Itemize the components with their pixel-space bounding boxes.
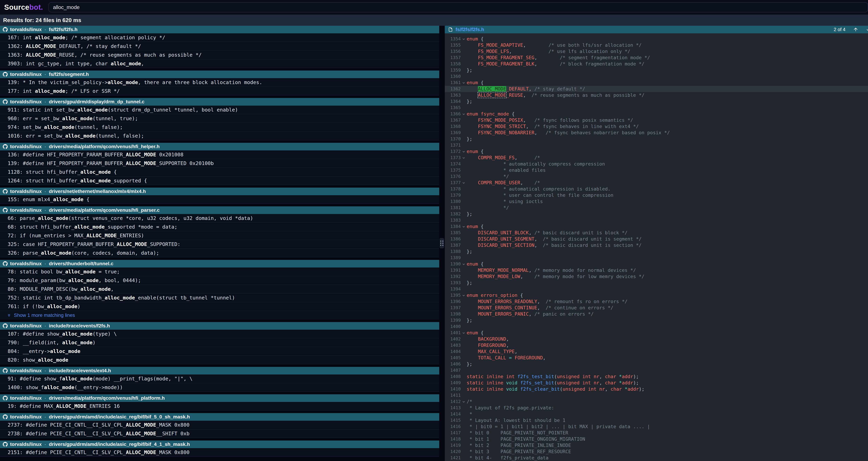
- line-number: 1397: [445, 305, 461, 311]
- match-highlight: ALLOC_MODE: [126, 431, 156, 436]
- match-highlight: alloc_mode: [81, 169, 111, 175]
- previous-match-button[interactable]: [853, 27, 858, 32]
- preview-panel: fs/f2fs/f2fs.h 2 of 4: [445, 26, 868, 461]
- match-line[interactable]: 325: case HFI_PROPERTY_PARAM_BUFFER_ALLO…: [0, 240, 439, 249]
- match-line[interactable]: 820: show_alloc_mode: [0, 356, 439, 365]
- match-line[interactable]: 72: if (num_entries > MAX_ALLOC_MODE_ENT…: [0, 231, 439, 240]
- line-number: 1393: [445, 280, 461, 286]
- match-line[interactable]: 1016: err = set_bw_alloc_mode(tunnel, fa…: [0, 132, 439, 140]
- panel-divider: [439, 26, 445, 461]
- match-line[interactable]: 1363: ALLOC_MODE_REUSE, /* reuse segment…: [0, 51, 439, 59]
- fold-spacer: [461, 242, 467, 249]
- line-number: 1421: [445, 455, 461, 461]
- line-number: 1381: [445, 205, 461, 211]
- fold-chevron-icon[interactable]: [461, 148, 467, 154]
- file-group-header[interactable]: torvalds/linux·include/trace/events/f2fs…: [0, 322, 439, 330]
- file-group-header[interactable]: torvalds/linux·drivers/media/platform/qc…: [0, 394, 439, 402]
- fold-chevron-icon[interactable]: [461, 399, 467, 405]
- match-line[interactable]: 155: enum mlx4_alloc_mode {: [0, 195, 439, 204]
- file-group-header[interactable]: torvalds/linux·drivers/gpu/drm/amd/inclu…: [0, 440, 439, 448]
- path-separator: ·: [44, 441, 46, 447]
- file-group-header[interactable]: torvalds/linux·drivers/gpu/drm/display/d…: [0, 98, 439, 106]
- match-line[interactable]: 78: static bool bw_alloc_mode = true;: [0, 267, 439, 276]
- other-match-outline[interactable]: ALLOC_MODE: [478, 92, 506, 98]
- next-match-button[interactable]: [866, 27, 868, 32]
- match-line[interactable]: 790: __field(int, alloc_mode): [0, 338, 439, 347]
- search-input[interactable]: [49, 2, 868, 12]
- fold-chevron-icon[interactable]: [461, 261, 467, 267]
- file-group-header[interactable]: torvalds/linux·drivers/net/ethernet/mell…: [0, 188, 439, 195]
- match-line[interactable]: 91: #define show_falloc_mode(mode) __pri…: [0, 374, 439, 383]
- match-line[interactable]: 326: parse_alloc_mode(core, codecs, doma…: [0, 249, 439, 257]
- code-line: 1379 * user can control the file compres…: [445, 192, 868, 198]
- code-text: * Layout A: lowest bit should be 1: [467, 417, 868, 424]
- match-line[interactable]: 2151: #define PCIE_CI_CNTL__CI_SLV_CPL_A…: [0, 448, 439, 457]
- match-line[interactable]: 177: int alloc_mode; /* LFS or SSR */: [0, 87, 439, 95]
- match-line[interactable]: 167: int alloc_mode; /* segment allocati…: [0, 33, 439, 42]
- code-line: 1396 MOUNT_ERRORS_READONLY, /* remount f…: [445, 298, 868, 305]
- match-line[interactable]: 68: struct hfi_buffer_alloc_mode_support…: [0, 223, 439, 231]
- resize-handle-icon[interactable]: [439, 238, 444, 249]
- match-line[interactable]: 1264: struct hfi_buffer_alloc_mode_suppo…: [0, 176, 439, 185]
- file-group-header[interactable]: torvalds/linux·include/trace/events/ext4…: [0, 367, 439, 374]
- results-summary-bar: Results for: 24 files in 620 ms: [0, 15, 868, 26]
- code-viewer: 1354enum {1355 FS_MODE_ADAPTIVE, /* use …: [445, 33, 868, 461]
- match-line[interactable]: 2737: #define PCIE_CI_CNTL__CI_SLV_CPL_A…: [0, 421, 439, 429]
- match-line[interactable]: 2738: #define PCIE_CI_CNTL__CI_SLV_CPL_A…: [0, 429, 439, 438]
- match-line[interactable]: 139: #define HFI_PROPERTY_PARAM_BUFFER_A…: [0, 159, 439, 168]
- code-text: [467, 217, 868, 223]
- fold-spacer: [461, 123, 467, 129]
- preview-file-path[interactable]: fs/f2fs/f2fs.h: [456, 27, 484, 32]
- fold-spacer: [461, 217, 467, 223]
- code-text: [467, 286, 868, 292]
- fold-chevron-icon[interactable]: [461, 154, 467, 161]
- fold-chevron-icon[interactable]: [461, 180, 467, 186]
- file-path: include/trace/events/ext4.h: [49, 368, 111, 373]
- file-group-header[interactable]: torvalds/linux·drivers/thunderbolt/tunne…: [0, 260, 439, 267]
- fold-chevron-icon[interactable]: [461, 223, 467, 230]
- match-highlight: alloc_mode: [107, 79, 138, 85]
- match-highlight: alloc_mode: [35, 34, 65, 40]
- match-line[interactable]: 66: parse_alloc_mode(struct venus_core *…: [0, 214, 439, 223]
- fold-chevron-icon[interactable]: [461, 292, 467, 298]
- match-highlight: ALLOC_MODE: [56, 403, 87, 409]
- line-number: 1398: [445, 311, 461, 317]
- app-logo[interactable]: Sourcebot.: [4, 3, 43, 11]
- repo-name: torvalds/linux: [10, 144, 42, 149]
- match-line[interactable]: 79: module_param(bw_alloc_mode, bool, 04…: [0, 276, 439, 285]
- match-highlight: alloc_mode: [111, 61, 141, 66]
- match-line[interactable]: 1128: struct hfi_buffer_alloc_mode {: [0, 168, 439, 176]
- github-icon: [3, 189, 8, 194]
- fold-chevron-icon[interactable]: [461, 330, 467, 336]
- match-line[interactable]: 761: if (!bw_alloc_mode): [0, 302, 439, 311]
- match-line[interactable]: 911: static int set_bw_alloc_mode(struct…: [0, 106, 439, 114]
- match-line[interactable]: 80: MODULE_PARM_DESC(bw_alloc_mode,: [0, 285, 439, 293]
- match-line[interactable]: 804: __entry->alloc_mode: [0, 347, 439, 356]
- result-group: torvalds/linux·drivers/net/ethernet/mell…: [0, 188, 439, 204]
- match-line[interactable]: 139: * In the victim_sel_policy->alloc_m…: [0, 78, 439, 87]
- fold-spacer: [461, 348, 467, 355]
- match-highlight: ALLOC_MODE: [117, 241, 147, 247]
- match-line[interactable]: 136: #define HFI_PROPERTY_PARAM_BUFFER_A…: [0, 150, 439, 159]
- code-line: 1394: [445, 286, 868, 292]
- fold-chevron-icon[interactable]: [461, 36, 467, 42]
- match-line[interactable]: 1400: show_falloc_mode(__entry->mode)): [0, 383, 439, 392]
- fold-chevron-icon[interactable]: [461, 111, 467, 117]
- show-more-link[interactable]: Show 1 more matching lines: [0, 311, 439, 320]
- match-line[interactable]: 1362: ALLOC_MODE_DEFAULT, /* stay defaul…: [0, 42, 439, 51]
- file-group-header[interactable]: torvalds/linux·drivers/media/platform/qc…: [0, 206, 439, 214]
- match-line[interactable]: 974: set_bw_alloc_mode(tunnel, false);: [0, 123, 439, 132]
- match-line[interactable]: 752: static int tb_dp_bandwidth_alloc_mo…: [0, 293, 439, 302]
- code-line: 1388};: [445, 249, 868, 255]
- current-match-highlight[interactable]: ALLOC_MODE: [478, 86, 506, 91]
- file-group-header[interactable]: torvalds/linux·drivers/media/platform/qc…: [0, 143, 439, 150]
- match-line[interactable]: 19: #define MAX_ALLOC_MODE_ENTRIES 16: [0, 402, 439, 411]
- fold-chevron-icon[interactable]: [461, 80, 467, 86]
- match-line[interactable]: 107: #define show_alloc_mode(type) \: [0, 330, 439, 338]
- file-group-header[interactable]: torvalds/linux·fs/f2fs/segment.h: [0, 70, 439, 78]
- match-line[interactable]: 960: err = set_bw_alloc_mode(tunnel, tru…: [0, 114, 439, 123]
- file-group-header[interactable]: torvalds/linux·drivers/gpu/drm/amd/inclu…: [0, 413, 439, 421]
- match-line[interactable]: 3903: int gc_type, int type, char alloc_…: [0, 59, 439, 68]
- code-text: * automatical compression is disabled.: [467, 186, 868, 192]
- file-group-header[interactable]: torvalds/linux·fs/f2fs/f2fs.h: [0, 26, 439, 33]
